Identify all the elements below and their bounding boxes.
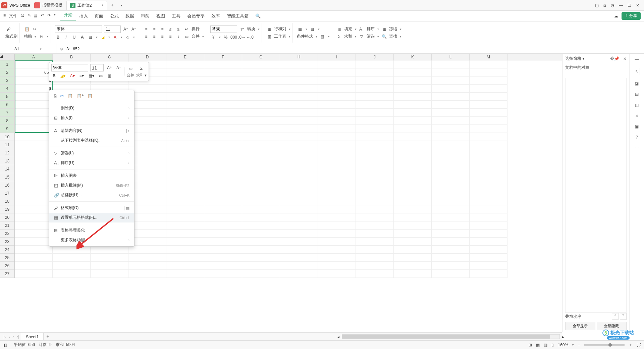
view-read-icon[interactable]: ▯ xyxy=(551,343,554,347)
up-icon[interactable]: ˄ xyxy=(612,313,619,320)
font-color-icon[interactable]: A xyxy=(112,34,118,40)
mini-border-icon[interactable]: ▦▾ xyxy=(87,73,96,79)
align-mid-icon[interactable]: ≡ xyxy=(151,26,157,32)
cloud-icon[interactable]: ☁ xyxy=(614,14,618,18)
menu-review[interactable]: 审阅 xyxy=(138,13,153,19)
down-icon[interactable]: ˅ xyxy=(620,313,627,320)
mini-color-icon[interactable]: A▾ xyxy=(69,73,76,79)
ctx-brush[interactable]: 🖌格式刷(O)| ▦ xyxy=(49,203,134,213)
hide-all-button[interactable]: 全部隐藏 xyxy=(597,322,627,330)
row-1[interactable]: 1 xyxy=(0,60,14,68)
row-7[interactable]: 7 xyxy=(0,109,14,117)
row-27[interactable]: 27 xyxy=(0,270,14,278)
ctx-insert[interactable]: ⊞插入(I)› xyxy=(49,113,134,123)
col-L[interactable]: L xyxy=(432,54,470,60)
freeze-label[interactable]: 冻结 xyxy=(389,26,397,32)
tab-wps-office[interactable]: W WPS Office xyxy=(1,1,30,10)
number-format-select[interactable] xyxy=(210,26,237,33)
last-sheet-icon[interactable]: ›| xyxy=(15,334,20,339)
widget-icon[interactable]: ▣ xyxy=(635,124,639,129)
sheet-tab[interactable]: Sheet1 xyxy=(21,333,44,340)
row-18[interactable]: 18 xyxy=(0,197,14,205)
gallery-icon[interactable]: ◫ xyxy=(635,103,639,107)
convert-icon[interactable]: ⇄ xyxy=(239,26,245,32)
zoom-slider[interactable] xyxy=(584,344,625,346)
menu-view[interactable]: 视图 xyxy=(153,13,168,19)
save-icon[interactable]: 🖫 xyxy=(20,13,24,19)
ctx-beautify[interactable]: ⊞表格整理美化 xyxy=(49,226,134,235)
undo-icon[interactable]: ↶ xyxy=(41,13,44,19)
tools-icon[interactable]: ✕ xyxy=(635,113,639,118)
row-17[interactable]: 17 xyxy=(0,189,14,197)
shrink-font-icon[interactable]: A⁻ xyxy=(131,26,137,32)
tab-template[interactable]: 找稻壳模板 xyxy=(31,1,66,10)
row-24[interactable]: 24 xyxy=(0,246,14,254)
thousands-icon[interactable]: 000 xyxy=(231,34,237,40)
row-4[interactable]: 4 xyxy=(0,85,14,93)
ctx-link[interactable]: 🔗超链接(H)...Ctrl+K xyxy=(49,190,134,200)
format-painter-label[interactable]: 格式刷 xyxy=(5,34,17,39)
scroll-right-icon[interactable]: ▸ xyxy=(562,335,564,339)
ctx-chart[interactable]: ⊪插入图表 xyxy=(49,171,134,181)
filter-icon[interactable]: ▽ xyxy=(359,34,365,40)
rowcol-label[interactable]: 行和列 xyxy=(274,26,286,32)
col-F[interactable]: F xyxy=(204,54,242,60)
percent-icon[interactable]: % xyxy=(223,34,229,40)
eraser-icon[interactable]: ◇ xyxy=(124,34,130,40)
indent-inc-icon[interactable]: ≥ xyxy=(175,26,181,32)
row-9[interactable]: 9 xyxy=(0,125,14,133)
minimize-button[interactable]: — xyxy=(619,3,623,8)
menu-smarttools[interactable]: 智能工具箱 xyxy=(223,13,252,19)
more-icon[interactable]: ⋯ xyxy=(635,146,639,150)
worksheet-label[interactable]: 工作表 xyxy=(274,34,286,39)
prev-sheet-icon[interactable]: ‹ xyxy=(7,334,11,339)
grow-font-icon[interactable]: A⁺ xyxy=(123,26,129,32)
redo-icon[interactable]: ↷ xyxy=(47,13,51,19)
fx-icon[interactable]: fx xyxy=(66,47,69,51)
dec-dec-icon[interactable]: ←.0 xyxy=(247,34,253,40)
mini-shrink-icon[interactable]: A⁻ xyxy=(115,65,122,71)
fill-color-icon[interactable]: ◢ xyxy=(100,34,106,40)
row-15[interactable]: 15 xyxy=(0,173,14,181)
align-bot-icon[interactable]: ≡ xyxy=(159,26,165,32)
name-box[interactable]: A1▾ xyxy=(0,44,56,53)
ctx-cell-format[interactable]: ▦设置单元格格式(F)...Ctrl+1 xyxy=(49,213,134,222)
add-tab-button[interactable]: ＋ xyxy=(108,2,117,8)
row-13[interactable]: 13 xyxy=(0,157,14,165)
font-select[interactable] xyxy=(55,26,102,33)
italic-icon[interactable]: I xyxy=(63,34,69,40)
row-21[interactable]: 21 xyxy=(0,221,14,230)
condformat-label[interactable]: 条件格式 xyxy=(297,34,313,39)
bold-icon[interactable]: B xyxy=(55,34,61,40)
sum-icon[interactable]: Σ xyxy=(336,34,342,40)
zoom-out-icon[interactable]: − xyxy=(578,343,580,347)
col-K[interactable]: K xyxy=(394,54,432,60)
search-icon[interactable]: 🔍 xyxy=(252,13,264,18)
sort-label[interactable]: 排序 xyxy=(367,26,375,32)
paste-label[interactable]: 粘贴 xyxy=(24,34,32,39)
mini-merge-btn[interactable]: ▭ xyxy=(127,65,134,71)
print-preview-icon[interactable]: ▤ xyxy=(34,13,37,19)
ctx-filter[interactable]: ▽筛选(L)› xyxy=(49,148,134,158)
cube-icon[interactable]: ⧈ xyxy=(603,3,606,8)
wrap-icon[interactable]: ↵ xyxy=(183,26,190,32)
tab-menu-button[interactable]: ▾ xyxy=(117,4,126,7)
font-size[interactable] xyxy=(104,26,121,33)
row-22[interactable]: 22 xyxy=(0,230,14,238)
status-icon[interactable]: ◧ xyxy=(3,343,7,347)
close-pane-icon[interactable]: ✕ xyxy=(623,56,627,61)
select-icon[interactable]: ↖ xyxy=(634,68,640,75)
pivot-icon[interactable]: ▦ xyxy=(297,26,303,32)
maximize-button[interactable]: ☐ xyxy=(628,3,631,8)
fullscreen-icon[interactable]: ⛶ xyxy=(637,343,641,347)
col-A[interactable]: A xyxy=(15,54,53,60)
find-icon[interactable]: 🔍 xyxy=(381,34,387,40)
show-all-button[interactable]: 全部显示 xyxy=(565,322,595,330)
row-6[interactable]: 6 xyxy=(0,101,14,109)
mini-grow-icon[interactable]: A⁺ xyxy=(106,65,113,71)
menu-start[interactable]: 开始 xyxy=(60,12,76,20)
table-style-icon[interactable]: ▦ xyxy=(309,26,315,32)
col-H[interactable]: H xyxy=(280,54,318,60)
col-G[interactable]: G xyxy=(242,54,280,60)
ctx-paste-text-icon[interactable]: 📋ᴬ xyxy=(77,94,84,98)
